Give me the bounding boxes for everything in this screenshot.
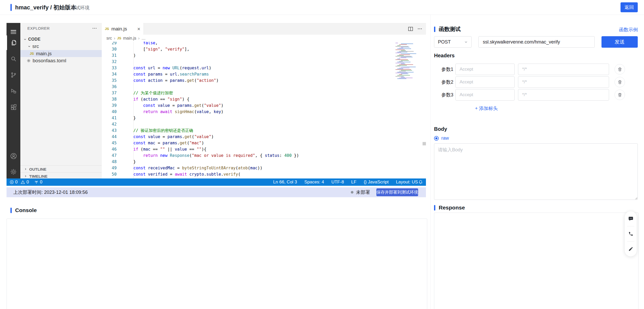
explorer-more-icon[interactable]	[93, 28, 97, 29]
code-line[interactable]: 30 ["sign", "verify"],	[102, 46, 426, 52]
breadcrumb-file[interactable]: main.js	[123, 36, 136, 41]
close-icon[interactable]: ×	[137, 26, 140, 32]
body-mode-radio-row[interactable]: raw	[434, 135, 449, 141]
split-editor-icon[interactable]	[408, 26, 413, 32]
chat-button[interactable]	[625, 214, 636, 223]
outline-panel-header[interactable]: OUTLINE	[20, 165, 102, 172]
source-control-icon[interactable]	[7, 68, 20, 82]
chevron-down-icon	[23, 38, 27, 41]
response-header: Response	[434, 205, 465, 211]
explorer-icon[interactable]	[7, 35, 20, 50]
editor-more-icon[interactable]	[418, 28, 422, 29]
problems-errors[interactable]: 0	[10, 180, 17, 185]
method-select[interactable]: POST	[434, 36, 472, 48]
code-line[interactable]: 35 const action = params.get("action")	[102, 77, 426, 84]
settings-gear-icon[interactable]	[7, 164, 20, 179]
header-value-input[interactable]	[518, 64, 609, 75]
tree-folder-src[interactable]: src	[20, 43, 102, 50]
code-text: false,	[124, 42, 158, 46]
tree-section-code[interactable]: CODE	[20, 36, 102, 43]
header-row: 参数1	[434, 64, 638, 75]
code-line[interactable]: 38 if (action == "sign") {	[102, 96, 426, 102]
chat-icon	[628, 216, 634, 221]
header-row-label: 参数3	[441, 92, 455, 98]
function-example-link[interactable]: 函数示例	[619, 27, 638, 33]
delete-header-button[interactable]	[615, 90, 625, 100]
line-number: 36	[102, 84, 124, 90]
status-item[interactable]: Spaces: 4	[304, 180, 324, 185]
code-line[interactable]: 41 }	[102, 115, 426, 121]
chevron-right-icon	[24, 168, 27, 171]
body-input[interactable]	[434, 143, 638, 200]
title-accent-bar	[10, 4, 12, 11]
status-item[interactable]: Ln 66, Col 3	[273, 180, 297, 185]
title-accent-bar	[434, 205, 435, 211]
timeline-panel-label: TIMELINE	[29, 174, 47, 178]
header-row-label: 参数2	[441, 79, 455, 85]
search-icon[interactable]	[7, 52, 20, 66]
code-area[interactable]: 29 false,30 ["sign", "verify"],31 )3233 …	[102, 42, 426, 178]
code-line[interactable]: 33 const url = new URL(request.url)	[102, 65, 426, 71]
url-input[interactable]	[478, 36, 595, 48]
code-line[interactable]: 47 return new Response("mac or value is …	[102, 152, 426, 159]
status-item[interactable]: UTF-8	[331, 180, 344, 185]
tree-file-mainjs[interactable]: JS main.js	[20, 50, 102, 57]
code-line[interactable]: 29 false,	[102, 42, 426, 46]
code-line[interactable]: 46 if (mac == "" || value == ""){	[102, 146, 426, 152]
send-button[interactable]: 发送	[601, 36, 638, 48]
delete-header-button[interactable]	[615, 77, 625, 87]
code-line[interactable]: 36	[102, 84, 426, 90]
code-line[interactable]: 40 return await signHmac(value, key)	[102, 109, 426, 115]
account-icon[interactable]	[7, 149, 20, 163]
problems-warnings[interactable]: 0	[21, 180, 29, 185]
delete-header-button[interactable]	[615, 64, 625, 75]
back-button[interactable]: 返回	[621, 2, 638, 12]
save-deploy-button[interactable]: 保存并部署到测试环境	[376, 188, 418, 196]
header-value-input[interactable]	[518, 76, 609, 88]
status-item[interactable]: {} JavaScript	[364, 180, 388, 185]
notifications-bell-icon[interactable]	[418, 180, 423, 184]
code-line[interactable]: 31 )	[102, 52, 426, 59]
header-key-input[interactable]	[455, 89, 515, 101]
resize-handle[interactable]	[423, 142, 426, 145]
breadcrumb-symbol[interactable]: …	[141, 36, 146, 41]
code-line[interactable]: 45 const mac = params.get("mac")	[102, 140, 426, 146]
code-line[interactable]: 50 const verified = await crypto.subtle.…	[102, 171, 426, 177]
status-item[interactable]: Layout: US	[396, 180, 418, 185]
code-text: return await signHmac(value, key)	[124, 109, 224, 115]
code-line[interactable]: 37 // 为某个值进行加密	[102, 90, 426, 96]
code-line[interactable]: 42	[102, 121, 426, 127]
status-item[interactable]: LF	[351, 180, 357, 185]
tab-mainjs[interactable]: JS main.js ×	[102, 23, 144, 35]
phone-button[interactable]	[625, 230, 636, 238]
feedback-button[interactable]	[625, 245, 636, 254]
breadcrumb-src[interactable]: src	[106, 36, 112, 41]
console-output[interactable]	[7, 219, 427, 309]
env-tag[interactable]: 测试环境	[71, 0, 89, 16]
extensions-icon[interactable]	[7, 100, 20, 115]
tree-file-toml[interactable]: bosonfaas.toml	[20, 57, 102, 64]
code-line[interactable]: 39 const value = params.get("value")	[102, 102, 426, 109]
ports-status[interactable]: 0	[34, 180, 42, 185]
code-line[interactable]: 44 const value = params.get("value")	[102, 134, 426, 140]
pill-divider	[627, 241, 634, 242]
code-line[interactable]: 34 const params = url.searchParams	[102, 71, 426, 77]
response-output[interactable]	[434, 213, 639, 309]
chevron-right-icon: ›	[114, 36, 115, 41]
run-debug-icon[interactable]	[7, 84, 20, 98]
raw-radio[interactable]	[434, 136, 439, 141]
code-line[interactable]: 48 }	[102, 159, 426, 165]
line-number: 33	[102, 65, 124, 71]
floating-support-pill	[625, 211, 637, 256]
code-line[interactable]: 43 // 验证加密后的密钥还是否正确	[102, 127, 426, 134]
header-key-input[interactable]	[455, 76, 515, 88]
breadcrumb[interactable]: src › JS main.js › …	[102, 35, 426, 42]
editor-pane: JS main.js × src › JS main.js › … 29 fal…	[102, 23, 426, 178]
code-line[interactable]: 32	[102, 59, 426, 65]
timeline-panel-header[interactable]: TIMELINE	[20, 172, 102, 178]
header-key-input[interactable]	[455, 64, 515, 75]
header-value-input[interactable]	[518, 89, 609, 101]
minimap[interactable]	[394, 43, 413, 79]
code-line[interactable]: 49 const receivedMac = byteStringToUint8…	[102, 165, 426, 171]
add-header-link[interactable]: + 添加标头	[475, 105, 498, 112]
